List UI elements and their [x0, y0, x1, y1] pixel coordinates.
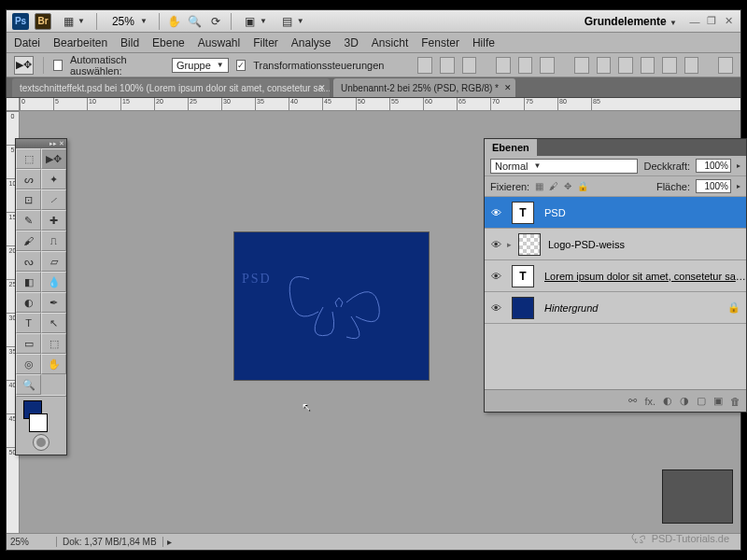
- move-tool[interactable]: ▶✥: [41, 148, 66, 169]
- marquee-tool[interactable]: ⬚: [16, 148, 41, 169]
- rotate-view-icon[interactable]: ⟳: [208, 14, 223, 29]
- distribute-btn[interactable]: [641, 57, 655, 74]
- workspace-menu[interactable]: Grundelemente ▼: [579, 15, 683, 28]
- 3d-tool[interactable]: ⬚: [41, 333, 66, 354]
- layer-name[interactable]: Lorem ipsum dolor sit amet, consetetur s…: [539, 271, 746, 282]
- menu-analyse[interactable]: Analyse: [291, 36, 331, 49]
- doc-info[interactable]: Dok: 1,37 MB/1,84 MB: [57, 537, 163, 547]
- align-btn[interactable]: [462, 57, 477, 74]
- opacity-field[interactable]: 100%: [696, 159, 731, 173]
- layer-group-icon[interactable]: ▢: [697, 395, 706, 407]
- link-layers-icon[interactable]: ⚯: [628, 395, 637, 407]
- layer-row[interactable]: 👁 T Lorem ipsum dolor sit amet, consetet…: [485, 260, 746, 292]
- zoom-tool[interactable]: 🔍: [16, 374, 41, 395]
- distribute-btn[interactable]: [618, 57, 633, 74]
- menu-hilfe[interactable]: Hilfe: [472, 36, 495, 49]
- align-btn[interactable]: [518, 57, 533, 74]
- align-btn[interactable]: [417, 57, 432, 74]
- fill-flyout-icon[interactable]: ▸: [737, 182, 740, 190]
- close-icon[interactable]: ✕: [722, 15, 735, 28]
- autoselect-group-select[interactable]: Gruppe▼: [172, 58, 229, 73]
- document-canvas[interactable]: PSD: [234, 232, 429, 380]
- pen-tool[interactable]: ✒: [41, 292, 66, 313]
- zoom-field[interactable]: 25%: [7, 537, 57, 547]
- stamp-tool[interactable]: ⎍: [41, 231, 66, 251]
- distribute-btn[interactable]: [574, 57, 589, 74]
- background-swatch[interactable]: [29, 413, 48, 432]
- brush-tool[interactable]: 🖌: [16, 231, 41, 251]
- expand-icon[interactable]: ▸: [507, 240, 516, 249]
- zoom-dropdown[interactable]: 25%▼: [105, 13, 151, 30]
- bridge-logo-icon[interactable]: Br: [35, 13, 51, 30]
- blur-tool[interactable]: 💧: [41, 272, 66, 292]
- tab-close-icon[interactable]: ✕: [318, 83, 326, 92]
- menu-ansicht[interactable]: Ansicht: [372, 36, 408, 49]
- align-btn[interactable]: [540, 57, 555, 74]
- distribute-btn[interactable]: [597, 57, 612, 74]
- layer-thumb-icon[interactable]: T: [512, 202, 534, 224]
- document-tab[interactable]: textschnitteffekt.psd bei 100% (Lorem ip…: [12, 78, 330, 97]
- menu-bearbeiten[interactable]: Bearbeiten: [53, 36, 107, 49]
- crop-tool[interactable]: ⊡: [16, 189, 41, 210]
- visibility-icon[interactable]: 👁: [485, 302, 507, 314]
- auto-align-btn[interactable]: [718, 57, 733, 74]
- layer-name[interactable]: Hintergrund: [539, 302, 727, 314]
- wand-tool[interactable]: ✦: [41, 169, 66, 189]
- layer-name[interactable]: PSD: [539, 207, 746, 218]
- slice-tool[interactable]: ⟋: [41, 189, 66, 210]
- toolbox-header[interactable]: ▸▸✕: [16, 139, 66, 148]
- zoom-tool-icon[interactable]: 🔍: [188, 14, 203, 29]
- arrange-docs-dropdown[interactable]: ▦▼: [57, 13, 89, 30]
- menu-ebene[interactable]: Ebene: [152, 36, 185, 49]
- gradient-tool[interactable]: ◧: [16, 272, 41, 292]
- visibility-icon[interactable]: 👁: [485, 239, 507, 250]
- opacity-flyout-icon[interactable]: ▸: [737, 161, 740, 170]
- align-btn[interactable]: [440, 57, 455, 74]
- adjustment-layer-icon[interactable]: ◑: [680, 395, 689, 407]
- distribute-btn[interactable]: [662, 57, 677, 74]
- layers-tab[interactable]: Ebenen: [485, 139, 537, 156]
- eraser-tool[interactable]: ▱: [41, 251, 66, 272]
- menu-bild[interactable]: Bild: [120, 36, 139, 49]
- lock-transparency-icon[interactable]: ▦: [535, 181, 543, 191]
- screen-mode-dropdown[interactable]: ▣▼: [239, 13, 271, 30]
- history-brush-tool[interactable]: ᔓ: [16, 251, 41, 272]
- lasso-tool[interactable]: ᔕ: [16, 169, 41, 189]
- menu-3d[interactable]: 3D: [345, 36, 359, 49]
- visibility-icon[interactable]: 👁: [485, 207, 507, 218]
- minimize-icon[interactable]: —: [688, 15, 701, 28]
- shape-tool[interactable]: ▭: [16, 333, 41, 354]
- hand-tool-icon[interactable]: ✋: [167, 14, 182, 29]
- quickmask-button[interactable]: [33, 434, 49, 451]
- photoshop-logo-icon[interactable]: Ps: [12, 13, 29, 30]
- autoselect-checkbox[interactable]: [53, 60, 63, 71]
- hand-tool[interactable]: ✋: [41, 354, 66, 374]
- transform-checkbox[interactable]: ✓: [236, 60, 246, 71]
- delete-layer-icon[interactable]: 🗑: [730, 396, 740, 407]
- new-layer-icon[interactable]: ▣: [713, 395, 723, 407]
- menu-datei[interactable]: Datei: [14, 36, 40, 49]
- blend-mode-select[interactable]: Normal▼: [490, 159, 638, 174]
- menu-filter[interactable]: Filter: [253, 36, 278, 49]
- maximize-icon[interactable]: ❐: [705, 15, 718, 28]
- visibility-icon[interactable]: 👁: [485, 271, 507, 282]
- horizontal-ruler[interactable]: 0510152025303540455055606570758085: [20, 98, 740, 111]
- extras-dropdown[interactable]: ▤▼: [276, 13, 308, 30]
- layer-row[interactable]: 👁 ▸ Logo-PSD-weiss: [485, 229, 746, 260]
- type-tool[interactable]: T: [16, 313, 41, 333]
- layer-mask-icon[interactable]: ◐: [663, 395, 672, 407]
- lock-position-icon[interactable]: ✥: [564, 181, 571, 191]
- toolbox-panel[interactable]: ▸▸✕ ⬚ ▶✥ ᔕ ✦ ⊡ ⟋ ✎ ✚ 🖌 ⎍ ᔓ ▱ ◧ 💧 ◐ ✒ T ↖…: [15, 138, 67, 455]
- layers-panel[interactable]: Ebenen Normal▼ Deckkraft: 100% ▸ Fixiere…: [484, 138, 747, 413]
- menu-auswahl[interactable]: Auswahl: [198, 36, 240, 49]
- dodge-tool[interactable]: ◐: [16, 292, 41, 313]
- layer-thumb-icon[interactable]: [518, 233, 541, 256]
- layer-thumb-icon[interactable]: T: [512, 265, 534, 287]
- layer-name[interactable]: Logo-PSD-weiss: [543, 239, 746, 250]
- move-tool-icon[interactable]: ▶✥: [14, 56, 34, 75]
- distribute-btn[interactable]: [684, 57, 699, 74]
- path-tool[interactable]: ↖: [41, 313, 66, 333]
- layer-fx-icon[interactable]: fx.: [644, 396, 655, 407]
- lock-all-icon[interactable]: 🔒: [577, 181, 588, 191]
- lock-pixels-icon[interactable]: 🖌: [549, 181, 558, 191]
